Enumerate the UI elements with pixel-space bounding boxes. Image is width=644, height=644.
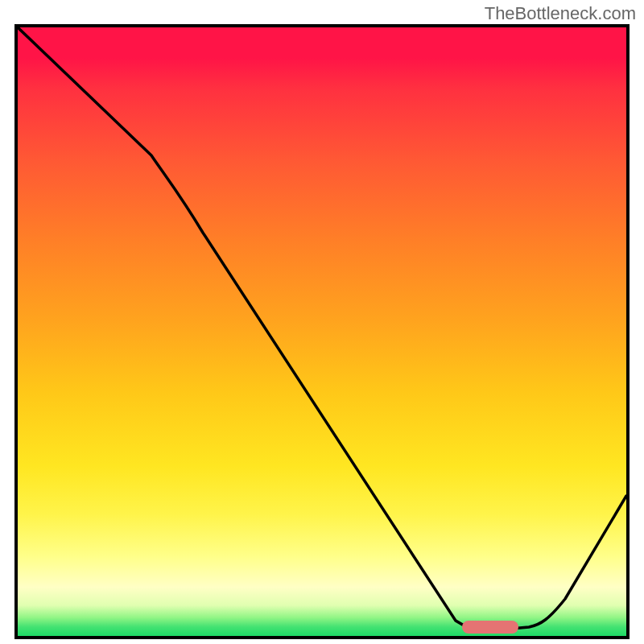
watermark-text: TheBottleneck.com (485, 3, 636, 24)
chart-plot-area (14, 24, 630, 639)
chart-curve-svg (18, 27, 626, 636)
optimal-range-marker (462, 621, 518, 634)
bottleneck-curve-path (18, 27, 626, 630)
